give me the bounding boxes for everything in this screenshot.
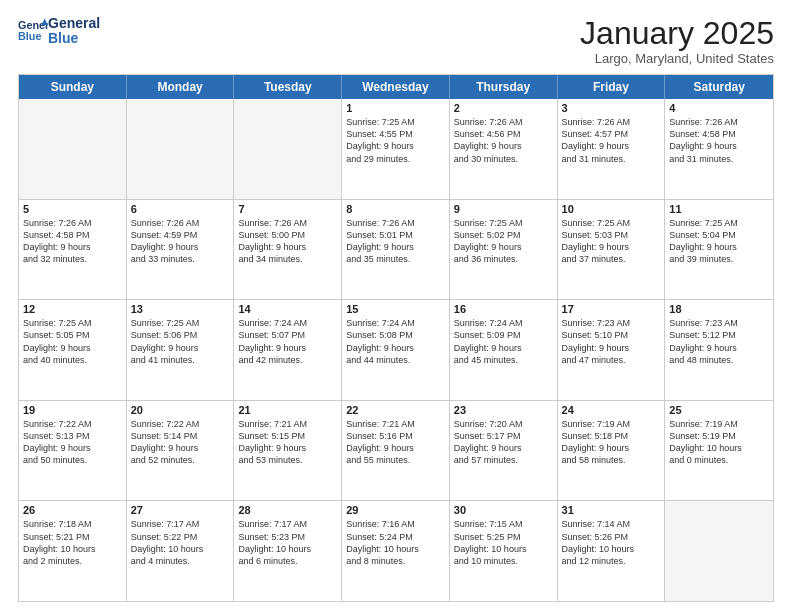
day-cell-7: 7Sunrise: 7:26 AM Sunset: 5:00 PM Daylig…	[234, 200, 342, 300]
day-number: 24	[562, 404, 661, 416]
day-number: 8	[346, 203, 445, 215]
day-cell-5: 5Sunrise: 7:26 AM Sunset: 4:58 PM Daylig…	[19, 200, 127, 300]
logo-general: General	[48, 16, 100, 31]
day-info: Sunrise: 7:23 AM Sunset: 5:12 PM Dayligh…	[669, 317, 769, 366]
day-cell-4: 4Sunrise: 7:26 AM Sunset: 4:58 PM Daylig…	[665, 99, 773, 199]
day-info: Sunrise: 7:25 AM Sunset: 5:06 PM Dayligh…	[131, 317, 230, 366]
day-info: Sunrise: 7:23 AM Sunset: 5:10 PM Dayligh…	[562, 317, 661, 366]
day-number: 22	[346, 404, 445, 416]
day-cell-2: 2Sunrise: 7:26 AM Sunset: 4:56 PM Daylig…	[450, 99, 558, 199]
day-cell-29: 29Sunrise: 7:16 AM Sunset: 5:24 PM Dayli…	[342, 501, 450, 601]
day-info: Sunrise: 7:20 AM Sunset: 5:17 PM Dayligh…	[454, 418, 553, 467]
day-number: 11	[669, 203, 769, 215]
day-cell-13: 13Sunrise: 7:25 AM Sunset: 5:06 PM Dayli…	[127, 300, 235, 400]
header: General Blue General Blue January 2025 L…	[18, 16, 774, 66]
day-info: Sunrise: 7:26 AM Sunset: 4:56 PM Dayligh…	[454, 116, 553, 165]
day-number: 12	[23, 303, 122, 315]
day-number: 27	[131, 504, 230, 516]
day-info: Sunrise: 7:22 AM Sunset: 5:13 PM Dayligh…	[23, 418, 122, 467]
day-info: Sunrise: 7:22 AM Sunset: 5:14 PM Dayligh…	[131, 418, 230, 467]
day-info: Sunrise: 7:19 AM Sunset: 5:19 PM Dayligh…	[669, 418, 769, 467]
day-info: Sunrise: 7:21 AM Sunset: 5:16 PM Dayligh…	[346, 418, 445, 467]
day-info: Sunrise: 7:25 AM Sunset: 4:55 PM Dayligh…	[346, 116, 445, 165]
weekday-header-monday: Monday	[127, 75, 235, 99]
day-info: Sunrise: 7:15 AM Sunset: 5:25 PM Dayligh…	[454, 518, 553, 567]
title-block: January 2025 Largo, Maryland, United Sta…	[580, 16, 774, 66]
day-cell-31: 31Sunrise: 7:14 AM Sunset: 5:26 PM Dayli…	[558, 501, 666, 601]
day-cell-25: 25Sunrise: 7:19 AM Sunset: 5:19 PM Dayli…	[665, 401, 773, 501]
day-number: 31	[562, 504, 661, 516]
day-info: Sunrise: 7:24 AM Sunset: 5:07 PM Dayligh…	[238, 317, 337, 366]
day-number: 26	[23, 504, 122, 516]
calendar-row-3: 12Sunrise: 7:25 AM Sunset: 5:05 PM Dayli…	[19, 300, 773, 401]
day-info: Sunrise: 7:25 AM Sunset: 5:05 PM Dayligh…	[23, 317, 122, 366]
day-cell-15: 15Sunrise: 7:24 AM Sunset: 5:08 PM Dayli…	[342, 300, 450, 400]
day-cell-10: 10Sunrise: 7:25 AM Sunset: 5:03 PM Dayli…	[558, 200, 666, 300]
day-number: 28	[238, 504, 337, 516]
day-cell-23: 23Sunrise: 7:20 AM Sunset: 5:17 PM Dayli…	[450, 401, 558, 501]
day-number: 3	[562, 102, 661, 114]
day-number: 5	[23, 203, 122, 215]
day-info: Sunrise: 7:25 AM Sunset: 5:02 PM Dayligh…	[454, 217, 553, 266]
empty-cell-r4c6	[665, 501, 773, 601]
day-cell-11: 11Sunrise: 7:25 AM Sunset: 5:04 PM Dayli…	[665, 200, 773, 300]
day-number: 16	[454, 303, 553, 315]
logo-icon: General Blue	[18, 18, 48, 44]
calendar-row-2: 5Sunrise: 7:26 AM Sunset: 4:58 PM Daylig…	[19, 200, 773, 301]
day-cell-24: 24Sunrise: 7:19 AM Sunset: 5:18 PM Dayli…	[558, 401, 666, 501]
day-cell-17: 17Sunrise: 7:23 AM Sunset: 5:10 PM Dayli…	[558, 300, 666, 400]
day-info: Sunrise: 7:18 AM Sunset: 5:21 PM Dayligh…	[23, 518, 122, 567]
day-info: Sunrise: 7:26 AM Sunset: 4:58 PM Dayligh…	[23, 217, 122, 266]
day-number: 17	[562, 303, 661, 315]
day-number: 13	[131, 303, 230, 315]
day-cell-1: 1Sunrise: 7:25 AM Sunset: 4:55 PM Daylig…	[342, 99, 450, 199]
day-number: 23	[454, 404, 553, 416]
day-info: Sunrise: 7:26 AM Sunset: 5:01 PM Dayligh…	[346, 217, 445, 266]
month-title: January 2025	[580, 16, 774, 51]
day-number: 4	[669, 102, 769, 114]
day-cell-9: 9Sunrise: 7:25 AM Sunset: 5:02 PM Daylig…	[450, 200, 558, 300]
empty-cell-r0c2	[234, 99, 342, 199]
day-info: Sunrise: 7:24 AM Sunset: 5:08 PM Dayligh…	[346, 317, 445, 366]
empty-cell-r0c0	[19, 99, 127, 199]
empty-cell-r0c1	[127, 99, 235, 199]
day-number: 19	[23, 404, 122, 416]
weekday-header-tuesday: Tuesday	[234, 75, 342, 99]
weekday-header-thursday: Thursday	[450, 75, 558, 99]
calendar-row-1: 1Sunrise: 7:25 AM Sunset: 4:55 PM Daylig…	[19, 99, 773, 200]
day-number: 2	[454, 102, 553, 114]
logo: General Blue General Blue	[18, 16, 100, 47]
weekday-header-friday: Friday	[558, 75, 666, 99]
day-cell-3: 3Sunrise: 7:26 AM Sunset: 4:57 PM Daylig…	[558, 99, 666, 199]
day-info: Sunrise: 7:19 AM Sunset: 5:18 PM Dayligh…	[562, 418, 661, 467]
day-cell-6: 6Sunrise: 7:26 AM Sunset: 4:59 PM Daylig…	[127, 200, 235, 300]
day-cell-30: 30Sunrise: 7:15 AM Sunset: 5:25 PM Dayli…	[450, 501, 558, 601]
day-cell-12: 12Sunrise: 7:25 AM Sunset: 5:05 PM Dayli…	[19, 300, 127, 400]
day-number: 20	[131, 404, 230, 416]
calendar-row-4: 19Sunrise: 7:22 AM Sunset: 5:13 PM Dayli…	[19, 401, 773, 502]
calendar-container: General Blue General Blue January 2025 L…	[0, 0, 792, 612]
day-info: Sunrise: 7:26 AM Sunset: 4:57 PM Dayligh…	[562, 116, 661, 165]
weekday-header-wednesday: Wednesday	[342, 75, 450, 99]
day-info: Sunrise: 7:17 AM Sunset: 5:23 PM Dayligh…	[238, 518, 337, 567]
weekday-header-saturday: Saturday	[665, 75, 773, 99]
day-cell-19: 19Sunrise: 7:22 AM Sunset: 5:13 PM Dayli…	[19, 401, 127, 501]
day-number: 9	[454, 203, 553, 215]
calendar: SundayMondayTuesdayWednesdayThursdayFrid…	[18, 74, 774, 602]
day-cell-16: 16Sunrise: 7:24 AM Sunset: 5:09 PM Dayli…	[450, 300, 558, 400]
day-number: 21	[238, 404, 337, 416]
day-number: 29	[346, 504, 445, 516]
day-number: 25	[669, 404, 769, 416]
day-number: 1	[346, 102, 445, 114]
weekday-header-sunday: Sunday	[19, 75, 127, 99]
day-number: 30	[454, 504, 553, 516]
day-cell-28: 28Sunrise: 7:17 AM Sunset: 5:23 PM Dayli…	[234, 501, 342, 601]
day-info: Sunrise: 7:26 AM Sunset: 4:59 PM Dayligh…	[131, 217, 230, 266]
calendar-header: SundayMondayTuesdayWednesdayThursdayFrid…	[19, 75, 773, 99]
location: Largo, Maryland, United States	[580, 51, 774, 66]
day-cell-22: 22Sunrise: 7:21 AM Sunset: 5:16 PM Dayli…	[342, 401, 450, 501]
day-number: 15	[346, 303, 445, 315]
day-cell-21: 21Sunrise: 7:21 AM Sunset: 5:15 PM Dayli…	[234, 401, 342, 501]
day-number: 10	[562, 203, 661, 215]
day-info: Sunrise: 7:25 AM Sunset: 5:03 PM Dayligh…	[562, 217, 661, 266]
